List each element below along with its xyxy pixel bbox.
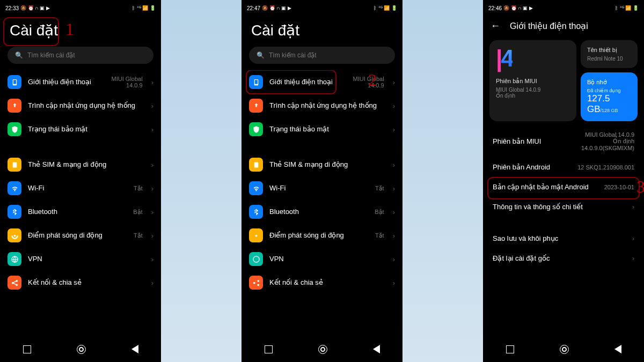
item-vpn[interactable]: VPN › bbox=[0, 247, 161, 271]
row-backup[interactable]: Sao lưu và khôi phục › bbox=[483, 228, 644, 248]
item-hotspot[interactable]: Điểm phát sóng di động Tắt › bbox=[241, 224, 402, 247]
svg-rect-10 bbox=[254, 162, 258, 167]
details-list: Phiên bản MIUI MIUI Global 14.0.9 Ổn địn… bbox=[483, 125, 644, 338]
nav-home[interactable] bbox=[77, 345, 86, 354]
item-label: Wi-Fi bbox=[269, 184, 369, 193]
item-label: Trạng thái bảo mật bbox=[269, 125, 384, 134]
chevron-right-icon: › bbox=[151, 208, 153, 216]
phone-icon bbox=[8, 75, 21, 89]
item-vpn[interactable]: VPN › bbox=[241, 247, 402, 271]
item-label: Wi-Fi bbox=[28, 184, 127, 193]
chevron-right-icon: › bbox=[151, 125, 153, 134]
svg-point-14 bbox=[257, 279, 259, 282]
phone-screen-3: 22:46🔕 ⏰ ∩ ▣ ▶ ᛒ ⁴ᴳ 📶 🔋 ← Giới thiệu điệ… bbox=[483, 0, 644, 362]
svg-point-12 bbox=[253, 256, 259, 262]
item-system-updater[interactable]: Trình cập nhật ứng dụng hệ thống › bbox=[0, 94, 161, 117]
row-value: MIUI Global 14.0.9 Ổn định 14.0.9.0(SKGM… bbox=[581, 131, 634, 151]
item-bluetooth[interactable]: Bluetooth Bật › bbox=[241, 200, 402, 224]
item-bluetooth[interactable]: Bluetooth Bật › bbox=[0, 200, 161, 224]
item-label: Bluetooth bbox=[269, 208, 368, 217]
item-label: Thẻ SIM & mạng di động bbox=[28, 160, 143, 169]
nav-back[interactable] bbox=[373, 345, 380, 353]
item-security-status[interactable]: Trạng thái bảo mật › bbox=[241, 117, 402, 141]
item-wifi[interactable]: Wi-Fi Tắt › bbox=[241, 176, 402, 200]
card-device-name[interactable]: Tên thiết bị Redmi Note 10 bbox=[581, 40, 638, 68]
item-label: Trạng thái bảo mật bbox=[28, 125, 143, 134]
item-sim[interactable]: Thẻ SIM & mạng di động › bbox=[0, 153, 161, 176]
chevron-right-icon: › bbox=[393, 208, 395, 216]
update-icon bbox=[8, 99, 21, 113]
hotspot-icon bbox=[249, 228, 263, 242]
item-about-phone[interactable]: Giới thiệu điện thoại MIUI Global 14.0.9… bbox=[241, 70, 402, 94]
row-details[interactable]: Thông tin và thông số chi tiết › bbox=[483, 197, 644, 217]
settings-title: Cài đặt bbox=[241, 16, 402, 47]
item-label: Điểm phát sóng di động bbox=[28, 231, 127, 240]
svg-rect-2 bbox=[12, 162, 17, 167]
item-label: Giới thiệu điện thoại bbox=[28, 78, 105, 87]
share-icon bbox=[249, 276, 263, 290]
item-security-status[interactable]: Trạng thái bảo mật › bbox=[0, 117, 161, 141]
nav-back[interactable] bbox=[131, 345, 138, 353]
row-android-version[interactable]: Phiên bản Android 12 SKQ1.210908.001 bbox=[483, 157, 644, 177]
back-arrow-icon[interactable]: ← bbox=[491, 20, 500, 32]
nav-recents[interactable] bbox=[265, 345, 273, 353]
chevron-right-icon: › bbox=[632, 254, 634, 262]
row-label: Đặt lại cài đặt gốc bbox=[493, 254, 550, 262]
miui-label: Phiên bản MIUI bbox=[496, 78, 570, 85]
svg-point-3 bbox=[13, 234, 16, 237]
item-label: Giới thiệu điện thoại bbox=[269, 78, 347, 87]
svg-rect-9 bbox=[255, 80, 258, 84]
chevron-right-icon: › bbox=[393, 161, 395, 169]
nav-bar bbox=[241, 338, 402, 362]
nav-home[interactable] bbox=[560, 345, 569, 354]
bluetooth-icon bbox=[8, 205, 21, 219]
row-security-update[interactable]: Bản cập nhật bảo mật Android 2023-10-01 … bbox=[483, 177, 644, 197]
item-hotspot[interactable]: Điểm phát sóng di động Tắt › bbox=[0, 224, 161, 247]
chevron-right-icon: › bbox=[393, 125, 395, 134]
item-value: Bật bbox=[133, 209, 142, 216]
search-placeholder: Tìm kiếm cài đặt bbox=[269, 51, 317, 59]
item-value: Tắt bbox=[134, 185, 143, 192]
status-bar: 22:33🔕 ⏰ ∩ ▣ ▶ ᛒ ⁴ᴳ 📶 🔋 bbox=[0, 0, 161, 16]
search-placeholder: Tìm kiếm cài đặt bbox=[27, 51, 75, 59]
device-name-value: Redmi Note 10 bbox=[587, 56, 631, 62]
search-input[interactable]: 🔍 Tìm kiếm cài đặt bbox=[8, 47, 153, 64]
svg-point-13 bbox=[253, 282, 255, 284]
clock: 22:46 bbox=[488, 5, 502, 11]
settings-title: Cài đặt bbox=[0, 16, 161, 47]
item-about-phone[interactable]: Giới thiệu điện thoại MIUI Global 14.0.9… bbox=[0, 70, 161, 94]
item-connection[interactable]: Kết nối & chia sẻ › bbox=[241, 271, 402, 294]
item-system-updater[interactable]: Trình cập nhật ứng dụng hệ thống › bbox=[241, 94, 402, 117]
chevron-right-icon: › bbox=[393, 232, 395, 240]
search-icon: 🔍 bbox=[257, 51, 265, 59]
chevron-right-icon: › bbox=[393, 184, 395, 193]
card-storage[interactable]: Bộ nhớ Đã chiếm dụng 127.5 GB/128 GB bbox=[581, 72, 638, 121]
nav-home[interactable] bbox=[318, 345, 327, 354]
row-miui-version[interactable]: Phiên bản MIUI MIUI Global 14.0.9 Ổn địn… bbox=[483, 125, 644, 157]
svg-point-15 bbox=[257, 284, 259, 286]
chevron-right-icon: › bbox=[393, 279, 395, 287]
shield-icon bbox=[249, 122, 263, 136]
item-wifi[interactable]: Wi-Fi Tắt › bbox=[0, 176, 161, 200]
row-label: Phiên bản Android bbox=[493, 163, 550, 171]
row-label: Sao lưu và khôi phục bbox=[493, 234, 558, 242]
card-miui[interactable]: |4 Phiên bản MIUI MIUI Global 14.0.9 Ổn … bbox=[489, 40, 576, 121]
item-connection[interactable]: Kết nối & chia sẻ › bbox=[0, 271, 161, 294]
row-value: 12 SKQ1.210908.001 bbox=[577, 164, 634, 171]
info-cards: |4 Phiên bản MIUI MIUI Global 14.0.9 Ổn … bbox=[483, 36, 644, 125]
nav-recents[interactable] bbox=[506, 345, 514, 353]
settings-list: Giới thiệu điện thoại MIUI Global 14.0.9… bbox=[0, 70, 161, 338]
storage-label: Bộ nhớ bbox=[587, 79, 631, 86]
page-title: Giới thiệu điện thoại bbox=[510, 21, 588, 31]
svg-rect-1 bbox=[13, 80, 16, 84]
item-label: Thẻ SIM & mạng di động bbox=[269, 160, 384, 169]
row-label: Phiên bản MIUI bbox=[493, 137, 541, 145]
item-sim[interactable]: Thẻ SIM & mạng di động › bbox=[241, 153, 402, 176]
item-value: MIUI Global 14.0.9 bbox=[353, 76, 384, 88]
nav-back[interactable] bbox=[614, 345, 621, 353]
search-input[interactable]: 🔍 Tìm kiếm cài đặt bbox=[249, 47, 395, 64]
globe-icon bbox=[8, 252, 21, 266]
status-bar: 22:46🔕 ⏰ ∩ ▣ ▶ ᛒ ⁴ᴳ 📶 🔋 bbox=[483, 0, 644, 16]
row-factory-reset[interactable]: Đặt lại cài đặt gốc › bbox=[483, 248, 644, 268]
nav-recents[interactable] bbox=[23, 345, 31, 353]
